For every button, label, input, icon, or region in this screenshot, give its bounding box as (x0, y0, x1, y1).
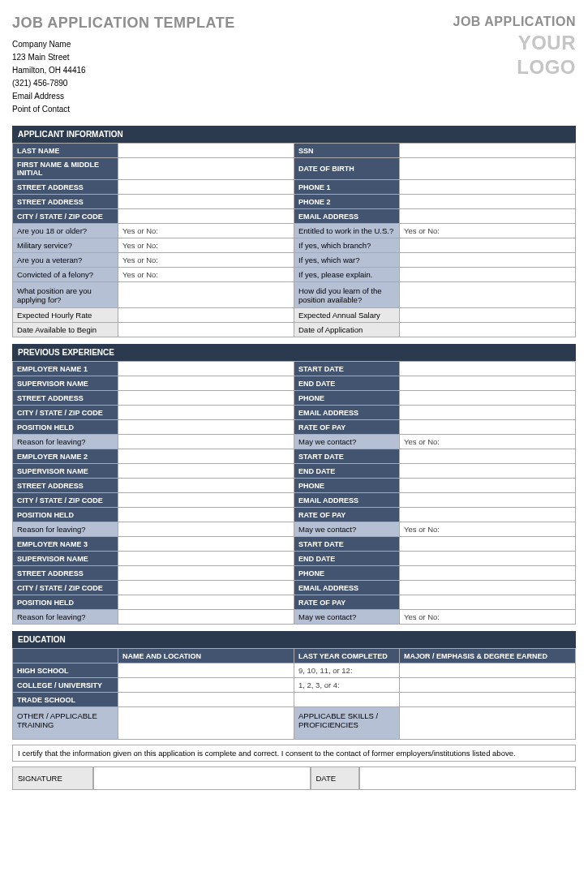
input-firstname[interactable] (118, 158, 294, 180)
document-header: JOB APPLICATION TEMPLATE Company Name 12… (12, 15, 576, 116)
input-veteran[interactable]: Yes or No: (118, 253, 294, 268)
input-contact2[interactable]: Yes or No: (400, 522, 576, 537)
section-header: EDUCATION (12, 631, 576, 648)
input-position[interactable] (118, 282, 294, 308)
label-skills: APPLICABLE SKILLS / PROFICIENCIES (294, 707, 400, 740)
label-phone: PHONE (294, 391, 400, 406)
input-military[interactable]: Yes or No: (118, 238, 294, 253)
input-reason3[interactable] (118, 610, 294, 625)
input-rate2[interactable] (400, 508, 576, 522)
input-avail[interactable] (118, 323, 294, 337)
label-nameloc: NAME AND LOCATION (118, 649, 294, 663)
input-email-e3[interactable] (400, 581, 576, 595)
input-end3[interactable] (400, 552, 576, 566)
label-email: EMAIL ADDRESS (294, 493, 400, 508)
input-phone-e2[interactable] (400, 479, 576, 493)
input-start1[interactable] (400, 362, 576, 376)
input-emp2[interactable] (118, 449, 294, 464)
input-trade-year[interactable] (294, 693, 400, 707)
input-sup2[interactable] (118, 464, 294, 479)
label-emp1: EMPLOYER NAME 1 (13, 362, 118, 376)
input-emp3[interactable] (118, 537, 294, 552)
input-street1[interactable] (118, 180, 294, 195)
input-email-e1[interactable] (400, 406, 576, 420)
input-street-e1[interactable] (118, 391, 294, 406)
input-col-year[interactable]: 1, 2, 3, or 4: (294, 678, 400, 693)
label-csz: CITY / STATE / ZIP CODE (13, 493, 118, 508)
input-learn[interactable] (400, 282, 576, 308)
input-phone-e1[interactable] (400, 391, 576, 406)
input-signature[interactable] (93, 766, 311, 790)
input-felony[interactable]: Yes or No: (118, 268, 294, 282)
input-street-e2[interactable] (118, 479, 294, 493)
input-trade-major[interactable] (400, 693, 576, 707)
label-sup: SUPERVISOR NAME (13, 464, 118, 479)
input-end1[interactable] (400, 376, 576, 391)
input-hs-year[interactable]: 9, 10, 11, or 12: (294, 663, 400, 678)
input-reason2[interactable] (118, 522, 294, 537)
input-reason1[interactable] (118, 435, 294, 449)
input-rate3[interactable] (400, 595, 576, 610)
input-col-name[interactable] (118, 678, 294, 693)
label-signature: SIGNATURE (12, 766, 93, 790)
input-start3[interactable] (400, 537, 576, 552)
input-salary[interactable] (400, 308, 576, 323)
input-email-e2[interactable] (400, 493, 576, 508)
input-phone2[interactable] (400, 195, 576, 209)
input-hs-major[interactable] (400, 663, 576, 678)
label-military: Military service? (13, 238, 118, 253)
label-ssn: SSN (294, 144, 400, 158)
input-street2[interactable] (118, 195, 294, 209)
job-application-label: JOB APPLICATION (453, 15, 576, 29)
label-posheld: POSITION HELD (13, 508, 118, 522)
input-rate1[interactable] (400, 420, 576, 435)
label-contact: May we contact? (294, 610, 400, 625)
section-header: PREVIOUS EXPERIENCE (12, 344, 576, 361)
input-start2[interactable] (400, 449, 576, 464)
label-rate: RATE OF PAY (294, 595, 400, 610)
input-csz-e3[interactable] (118, 581, 294, 595)
input-phone1[interactable] (400, 180, 576, 195)
input-hourly[interactable] (118, 308, 294, 323)
input-pos2[interactable] (118, 508, 294, 522)
logo-placeholder-line2: LOGO (453, 57, 576, 78)
input-sup3[interactable] (118, 552, 294, 566)
signature-row: SIGNATURE DATE (12, 766, 576, 790)
input-emp1[interactable] (118, 362, 294, 376)
input-street-e3[interactable] (118, 566, 294, 581)
input-date[interactable] (359, 766, 577, 790)
input-age18[interactable]: Yes or No: (118, 224, 294, 238)
input-contact3[interactable]: Yes or No: (400, 610, 576, 625)
input-other[interactable] (118, 707, 294, 740)
input-branch[interactable] (400, 238, 576, 253)
input-pos1[interactable] (118, 420, 294, 435)
education-table: NAME AND LOCATIONLAST YEAR COMPLETEDMAJO… (12, 648, 576, 740)
label-age18: Are you 18 or older? (13, 224, 118, 238)
input-csz-e1[interactable] (118, 406, 294, 420)
input-skills[interactable] (400, 707, 576, 740)
input-lastname[interactable] (118, 144, 294, 158)
input-ssn[interactable] (400, 144, 576, 158)
company-citystate: Hamilton, OH 44416 (12, 64, 235, 77)
input-csz-e2[interactable] (118, 493, 294, 508)
section-header: APPLICANT INFORMATION (12, 126, 576, 143)
input-appdate[interactable] (400, 323, 576, 337)
input-trade-name[interactable] (118, 693, 294, 707)
input-email[interactable] (400, 209, 576, 224)
input-war[interactable] (400, 253, 576, 268)
input-hs-name[interactable] (118, 663, 294, 678)
input-col-major[interactable] (400, 678, 576, 693)
input-sup1[interactable] (118, 376, 294, 391)
label-start: START DATE (294, 537, 400, 552)
label-hs: HIGH SCHOOL (13, 663, 118, 678)
input-csz[interactable] (118, 209, 294, 224)
input-phone-e3[interactable] (400, 566, 576, 581)
input-contact1[interactable]: Yes or No: (400, 435, 576, 449)
input-dob[interactable] (400, 158, 576, 180)
input-explain[interactable] (400, 268, 576, 282)
input-entitled[interactable]: Yes or No: (400, 224, 576, 238)
label-rate: RATE OF PAY (294, 420, 400, 435)
input-end2[interactable] (400, 464, 576, 479)
input-pos3[interactable] (118, 595, 294, 610)
label-hourly: Expected Hourly Rate (13, 308, 118, 323)
